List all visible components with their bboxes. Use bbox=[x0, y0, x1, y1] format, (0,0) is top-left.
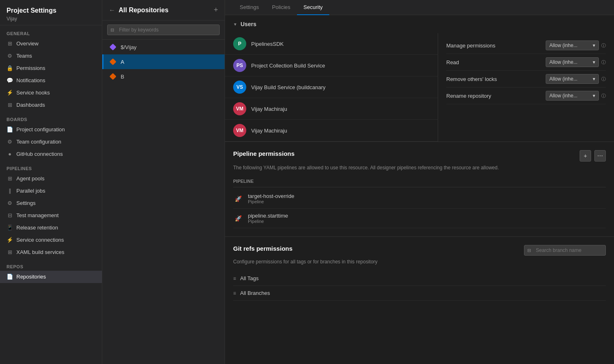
branch-icon: ≡ bbox=[233, 290, 236, 296]
repo-icon: 📄 bbox=[7, 274, 13, 280]
parallel-icon: ∥ bbox=[7, 188, 13, 194]
ref-row-all-branches[interactable]: ≡ All Branches bbox=[233, 286, 606, 301]
chevron-down-icon: ▾ bbox=[593, 93, 595, 99]
pipeline-col-header: Pipeline bbox=[233, 177, 606, 187]
sidebar-item-teams[interactable]: ⚙ Teams bbox=[0, 50, 102, 62]
pipeline-type-2: Pipeline bbox=[248, 219, 606, 224]
perm-row-remove-locks: Remove others' locks Allow (inhe... ▾ ⓘ bbox=[446, 71, 606, 88]
sidebar: Project Settings Vijay General ⊞ Overvie… bbox=[0, 0, 102, 364]
ref-name-all-branches: All Branches bbox=[240, 290, 270, 296]
users-section: ▼ Users P PipelinesSDK PS Project Collec… bbox=[225, 15, 614, 142]
release-icon: 📱 bbox=[7, 225, 13, 231]
avatar-vijay-machiraju-2: VM bbox=[233, 124, 246, 137]
sidebar-item-label: Teams bbox=[16, 53, 32, 59]
teams-icon: ⚙ bbox=[7, 53, 13, 59]
sidebar-item-test-management[interactable]: ⊟ Test management bbox=[0, 209, 102, 222]
sidebar-item-permissions[interactable]: 🔒 Permissions bbox=[0, 62, 102, 74]
sidebar-item-label: Dashboards bbox=[16, 102, 45, 108]
sidebar-item-release-retention[interactable]: 📱 Release retention bbox=[0, 222, 102, 234]
pipeline-name-1: target-host-override bbox=[248, 193, 606, 199]
perm-select-rename-repo: Allow (inhe... ▾ ⓘ bbox=[546, 91, 606, 101]
sidebar-item-service-connections[interactable]: ⚡ Service connections bbox=[0, 234, 102, 246]
tab-policies[interactable]: Policies bbox=[265, 0, 297, 15]
sidebar-item-notifications[interactable]: 💬 Notifications bbox=[0, 74, 102, 87]
sidebar-section-repos: Repos bbox=[0, 258, 102, 271]
perm-label-manage: Manage permissions bbox=[446, 43, 495, 49]
user-name-project-collection: Project Collection Build Service bbox=[251, 63, 325, 69]
repo-A-icon bbox=[109, 58, 117, 65]
perm-dropdown-remove-locks[interactable]: Allow (inhe... ▾ bbox=[546, 74, 599, 84]
settings-icon: ⚙ bbox=[7, 200, 13, 207]
repo-item-vijay[interactable]: $/Vijay bbox=[102, 40, 225, 54]
user-row-project-collection[interactable]: PS Project Collection Build Service bbox=[225, 55, 438, 76]
sidebar-item-service-hooks[interactable]: ⚡ Service hooks bbox=[0, 87, 102, 99]
sidebar-item-project-config[interactable]: 📄 Project configuration bbox=[0, 124, 102, 136]
repo-item-A[interactable]: A bbox=[102, 54, 225, 69]
middle-header-left: ← All Repositories bbox=[109, 7, 169, 14]
sidebar-header: Project Settings Vijay bbox=[0, 0, 102, 25]
sidebar-section-boards: Boards bbox=[0, 111, 102, 124]
tab-settings[interactable]: Settings bbox=[233, 0, 265, 15]
sidebar-item-dashboards[interactable]: ⊞ Dashboards bbox=[0, 99, 102, 111]
sidebar-item-overview[interactable]: ⊞ Overview bbox=[0, 38, 102, 50]
add-pipeline-button[interactable]: + bbox=[580, 150, 591, 162]
search-wrapper: ⊟ bbox=[524, 245, 606, 256]
sidebar-item-repositories[interactable]: 📄 Repositories bbox=[0, 271, 102, 283]
perm-label-read: Read bbox=[446, 59, 459, 65]
sidebar-item-xaml-build[interactable]: ⊞ XAML build services bbox=[0, 246, 102, 258]
perm-dropdown-read[interactable]: Allow (inhe... ▾ bbox=[546, 57, 599, 67]
sidebar-item-label: Test management bbox=[16, 212, 58, 218]
grid-icon: ⊞ bbox=[7, 40, 13, 47]
pipeline-rocket-icon-2: 🚀 bbox=[233, 213, 243, 223]
lock-icon: 🔒 bbox=[7, 65, 13, 72]
tab-security[interactable]: Security bbox=[297, 0, 329, 15]
sidebar-item-label: Overview bbox=[16, 40, 38, 47]
sidebar-item-label: XAML build services bbox=[16, 249, 64, 255]
info-icon-rename-repo[interactable]: ⓘ bbox=[601, 93, 606, 99]
sidebar-section-general: General bbox=[0, 25, 102, 38]
more-options-button[interactable]: ⋯ bbox=[594, 150, 606, 162]
repo-list: $/Vijay A B bbox=[102, 40, 225, 364]
sidebar-item-settings[interactable]: ⚙ Settings bbox=[0, 197, 102, 209]
add-repo-button[interactable]: + bbox=[214, 6, 218, 14]
git-refs-desc: Configure permissions for all tags or fo… bbox=[233, 258, 606, 265]
perm-row-manage-permissions: Manage permissions Allow (inhe... ▾ ⓘ bbox=[446, 37, 606, 54]
avatar-vijay-machiraju-1: VM bbox=[233, 102, 246, 115]
info-icon-read[interactable]: ⓘ bbox=[601, 59, 606, 65]
user-row-vijay-build[interactable]: VS Vijay Build Service (buildcanary bbox=[225, 76, 438, 98]
user-row-pipelines-sdk[interactable]: P PipelinesSDK bbox=[225, 33, 438, 55]
chevron-down-icon: ▼ bbox=[233, 22, 237, 27]
github-icon: ● bbox=[7, 151, 13, 157]
perm-dropdown-rename-repo[interactable]: Allow (inhe... ▾ bbox=[546, 91, 599, 101]
filter-input[interactable] bbox=[107, 25, 220, 35]
info-icon-remove-locks[interactable]: ⓘ bbox=[601, 76, 606, 82]
users-left-panel: P PipelinesSDK PS Project Collection Bui… bbox=[225, 33, 438, 142]
perm-row-rename-repo: Rename repository Allow (inhe... ▾ ⓘ bbox=[446, 88, 606, 104]
sidebar-item-team-config[interactable]: ⚙ Team configuration bbox=[0, 136, 102, 148]
content-scroll: ▼ Users P PipelinesSDK PS Project Collec… bbox=[225, 15, 614, 364]
perm-dropdown-value: Allow (inhe... bbox=[549, 43, 578, 48]
ref-row-all-tags[interactable]: ≡ All Tags bbox=[233, 271, 606, 286]
sidebar-item-github-connections[interactable]: ● GitHub connections bbox=[0, 148, 102, 160]
repo-item-B[interactable]: B bbox=[102, 69, 225, 84]
back-button[interactable]: ← bbox=[109, 7, 115, 14]
users-header[interactable]: ▼ Users bbox=[225, 15, 614, 33]
info-icon-manage[interactable]: ⓘ bbox=[601, 43, 606, 49]
sidebar-item-label: GitHub connections bbox=[16, 151, 63, 157]
search-branch-input[interactable] bbox=[524, 245, 606, 256]
user-row-vijay-machiraju-1[interactable]: VM Vijay Machiraju bbox=[225, 98, 438, 120]
hook-icon: ⚡ bbox=[7, 90, 13, 96]
sidebar-item-parallel-jobs[interactable]: ∥ Parallel jobs bbox=[0, 185, 102, 197]
user-row-vijay-machiraju-2[interactable]: VM Vijay Machiraju bbox=[225, 120, 438, 142]
avatar-pipelines-sdk: P bbox=[233, 37, 246, 50]
pipeline-info-1: target-host-override Pipeline bbox=[248, 193, 606, 204]
perm-label-rename-repo: Rename repository bbox=[446, 93, 491, 99]
sidebar-item-label: Parallel jobs bbox=[16, 188, 45, 194]
perm-dropdown-manage[interactable]: Allow (inhe... ▾ bbox=[546, 40, 599, 50]
middle-title: All Repositories bbox=[119, 7, 169, 14]
sidebar-item-agent-pools[interactable]: ⊞ Agent pools bbox=[0, 173, 102, 185]
xaml-icon: ⊞ bbox=[7, 249, 13, 256]
users-right-panel: Manage permissions Allow (inhe... ▾ ⓘ Re… bbox=[438, 33, 614, 142]
repo-B-name: B bbox=[121, 74, 124, 80]
tabs-bar: Settings Policies Security bbox=[225, 0, 614, 15]
